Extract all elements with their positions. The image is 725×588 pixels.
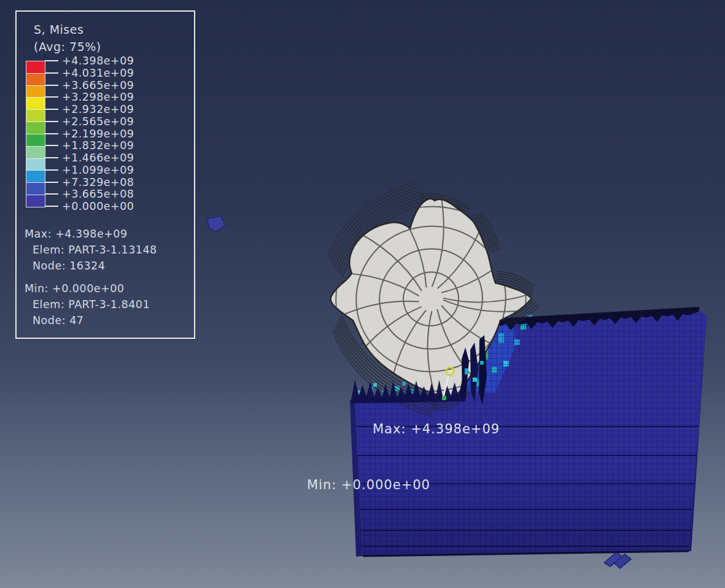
legend-tick <box>45 193 58 195</box>
legend-tick-label: +1.466e+09 <box>62 152 134 163</box>
legend-min-node: Node: 47 <box>33 314 83 327</box>
legend-color-swatch <box>26 61 45 73</box>
legend-tick <box>45 206 58 207</box>
legend-tick <box>45 60 58 61</box>
legend-tick-label: +3.665e+09 <box>62 80 134 91</box>
legend-color-swatch <box>26 158 45 171</box>
legend-color-swatch <box>26 97 45 109</box>
legend-box: S, Mises (Avg: 75%) +4.398e+09+4.031e+09… <box>15 10 195 339</box>
legend-subtitle: (Avg: 75%) <box>34 40 101 53</box>
legend-color-swatch <box>26 134 45 146</box>
legend-color-swatch <box>26 109 45 122</box>
legend-tick-label: +2.932e+09 <box>62 104 134 115</box>
legend-max-node: Node: 16324 <box>33 260 105 272</box>
legend-color-swatch <box>26 122 45 134</box>
legend-color-swatch <box>26 85 45 98</box>
legend-tick-label: +2.199e+09 <box>62 128 134 139</box>
legend-colorbar <box>26 61 45 207</box>
legend-tick <box>45 145 58 146</box>
legend-tick <box>45 72 58 74</box>
legend-tick <box>45 182 58 183</box>
legend-tick-label: +3.298e+09 <box>62 91 134 103</box>
legend-tick-label: +0.000e+00 <box>62 201 134 212</box>
legend-tick-label: +3.665e+08 <box>62 188 134 199</box>
legend-min-value: Min: +0.000e+00 <box>25 282 124 295</box>
legend-tick <box>45 109 58 110</box>
legend-max-value: Max: +4.398e+09 <box>25 228 128 240</box>
legend-tick <box>45 85 58 86</box>
legend-tick <box>45 169 58 171</box>
legend-tick-label: +1.832e+09 <box>62 140 134 151</box>
legend-color-swatch <box>26 146 45 158</box>
legend-tick <box>45 121 58 122</box>
legend-tick-label: +1.099e+09 <box>62 164 134 176</box>
viewport-min-annotation: Min: +0.000e+00 <box>307 478 430 492</box>
legend-max-elem: Elem: PART-3-1.13148 <box>33 244 157 256</box>
legend-tick-label: +4.398e+09 <box>62 55 134 66</box>
legend-tick <box>45 96 58 98</box>
legend-color-swatch <box>26 170 45 182</box>
legend-tick-label: +7.329e+08 <box>62 177 134 188</box>
viewport-max-annotation: Max: +4.398e+09 <box>373 422 500 436</box>
legend-tick-label: +2.565e+09 <box>62 116 134 127</box>
legend-tick-label: +4.031e+09 <box>62 68 134 79</box>
legend-tick <box>45 157 58 158</box>
legend-color-swatch <box>26 73 45 85</box>
legend-min-elem: Elem: PART-3-1.8401 <box>33 298 150 311</box>
legend-color-swatch <box>26 195 45 207</box>
abaqus-viewport[interactable]: Max: +4.398e+09 Min: +0.000e+00 S, Mises… <box>0 0 725 588</box>
legend-title: S, Mises <box>34 23 83 36</box>
legend-color-swatch <box>26 182 45 195</box>
legend-tick <box>45 133 58 134</box>
